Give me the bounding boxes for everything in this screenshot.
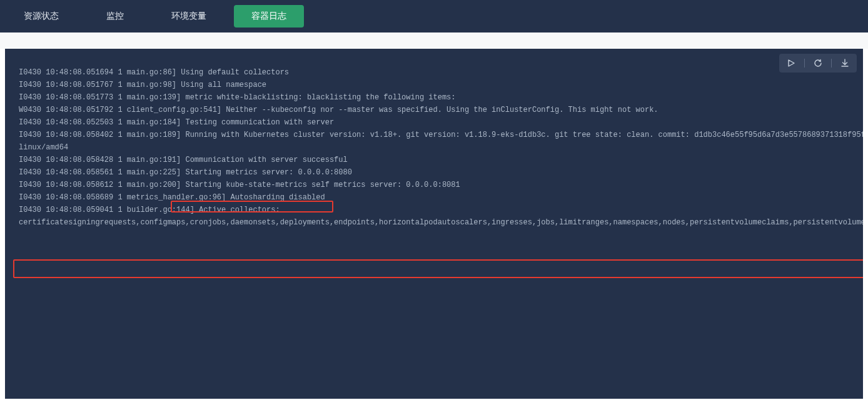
highlight-box-big [13, 259, 863, 278]
play-icon[interactable] [785, 58, 797, 69]
log-line: I0430 10:48:08.058428 1 main.go:191] Com… [19, 154, 857, 166]
log-toolbar [779, 54, 857, 72]
log-content: I0430 10:48:08.051694 1 main.go:86] Usin… [19, 66, 857, 229]
refresh-icon[interactable] [812, 58, 824, 69]
top-tab-bar: 资源状态 监控 环境变量 容器日志 [0, 0, 868, 32]
toolbar-separator [804, 59, 805, 68]
tab-env-vars[interactable]: 环境变量 [148, 0, 230, 32]
log-line: I0430 10:48:08.059041 1 builder.go:144] … [19, 204, 857, 216]
log-line: I0430 10:48:08.051767 1 main.go:98] Usin… [19, 79, 857, 91]
tab-container-logs[interactable]: 容器日志 [234, 5, 304, 28]
log-line: linux/amd64 [19, 141, 857, 154]
log-line: I0430 10:48:08.058612 1 main.go:200] Sta… [19, 179, 857, 191]
tab-monitoring[interactable]: 监控 [83, 0, 148, 32]
log-line: I0430 10:48:08.051694 1 main.go:86] Usin… [19, 66, 857, 79]
log-line: certificatesigningrequests,configmaps,cr… [19, 216, 857, 229]
log-line: I0430 10:48:08.058402 1 main.go:189] Run… [19, 129, 857, 141]
log-line: W0430 10:48:08.051792 1 client_config.go… [19, 104, 857, 116]
log-line: I0430 10:48:08.052503 1 main.go:184] Tes… [19, 116, 857, 129]
tab-resource-state[interactable]: 资源状态 [0, 0, 83, 32]
log-line: I0430 10:48:08.051773 1 main.go:139] met… [19, 91, 857, 104]
log-line: I0430 10:48:08.058561 1 main.go:225] Sta… [19, 166, 857, 179]
log-panel: I0430 10:48:08.051694 1 main.go:86] Usin… [5, 49, 863, 399]
log-line: I0430 10:48:08.058689 1 metrics_handler.… [19, 191, 857, 204]
download-icon[interactable] [839, 58, 850, 69]
page-spacer [0, 32, 868, 49]
toolbar-separator [831, 59, 832, 68]
